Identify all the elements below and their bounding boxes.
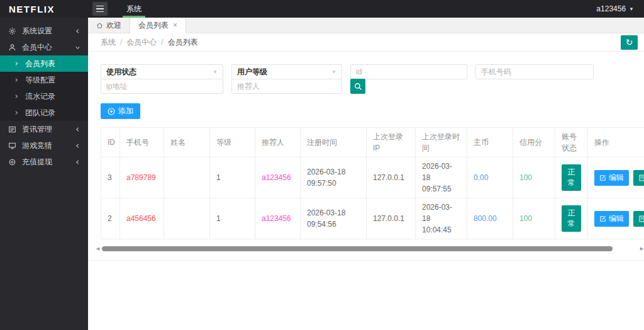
document-icon: [638, 215, 644, 222]
sidebar-subitem-label: 等级配置: [25, 75, 55, 86]
sidebar-item-news-management[interactable]: 资讯管理: [0, 121, 88, 137]
breadcrumb-separator: /: [120, 38, 122, 47]
cell-level: 1: [210, 198, 255, 239]
cell-reg-time: 2026-03-18 09:54:56: [301, 198, 367, 239]
search-button[interactable]: [350, 79, 365, 94]
caret-down-icon: ▼: [629, 6, 634, 12]
sidebar-item-member-list[interactable]: 会员列表: [0, 55, 88, 72]
filter-row-1: 使用状态 ▼ 用户等级 ▼: [101, 64, 644, 79]
breadcrumb-item: 系统: [101, 37, 116, 48]
id-input[interactable]: [350, 64, 467, 79]
cell-operations: 编辑 详情: [588, 198, 644, 239]
cell-phone: a456456: [120, 198, 164, 239]
referrer-input[interactable]: [231, 79, 342, 94]
breadcrumb-item: 会员中心: [126, 37, 157, 48]
col-coin: 主币: [467, 128, 513, 157]
chevron-right-icon: [14, 61, 19, 66]
ip-input[interactable]: [101, 79, 223, 94]
scroll-right-icon[interactable]: ▶: [639, 246, 644, 251]
add-button-label: 添加: [118, 106, 133, 117]
col-status: 账号状态: [555, 128, 588, 157]
breadcrumb-separator: /: [161, 38, 163, 47]
scroll-left-icon[interactable]: ◀: [95, 246, 101, 251]
sidebar-subitem-label: 会员列表: [25, 59, 55, 69]
col-last-login: 上次登录时间: [416, 128, 467, 157]
level-select[interactable]: 用户等级 ▼: [231, 64, 342, 79]
detail-button[interactable]: 详情: [633, 211, 644, 227]
topbar: 系统 a123456 ▼: [88, 0, 644, 18]
detail-button[interactable]: 详情: [633, 170, 644, 186]
sidebar-item-member-center[interactable]: 会员中心: [0, 39, 88, 55]
scrollbar-thumb[interactable]: [102, 246, 613, 251]
main-area: 系统 a123456 ▼ 欢迎 会员列表 × 系统 / 会员中心 /: [88, 0, 644, 330]
sidebar: NETFLIX 系统设置 会员中心: [0, 0, 88, 330]
user-menu[interactable]: a123456 ▼: [596, 4, 634, 13]
sidebar-item-game-betting[interactable]: 游戏竞猜: [0, 137, 88, 154]
plus-circle-icon: [108, 108, 115, 115]
edit-icon: [599, 174, 606, 181]
phone-input[interactable]: [475, 64, 594, 79]
level-select-value: 用户等级: [237, 67, 267, 77]
document-icon: [638, 174, 644, 181]
tab-member-list[interactable]: 会员列表 ×: [130, 18, 186, 33]
add-button[interactable]: 添加: [101, 103, 140, 119]
cell-status: 正常: [555, 198, 588, 239]
refresh-button[interactable]: ↻: [621, 35, 638, 50]
edit-icon: [599, 215, 606, 222]
content-panel: 使用状态 ▼ 用户等级 ▼: [88, 52, 644, 330]
hamburger-menu-button[interactable]: [92, 2, 108, 16]
search-icon: [354, 82, 362, 91]
sidebar-nav: 系统设置 会员中心 会员列表: [0, 18, 88, 170]
member-table-wrap: ID 手机号 姓名 等级 推荐人 注册时间 上次登录IP 上次登录时间 主币 信…: [101, 127, 644, 239]
edit-button-label: 编辑: [609, 213, 624, 224]
chevron-right-icon: [14, 94, 19, 99]
col-referrer: 推荐人: [255, 128, 301, 157]
close-icon[interactable]: ×: [173, 21, 177, 30]
select-caret-icon: ▼: [213, 69, 218, 75]
sidebar-item-team-records[interactable]: 团队记录: [0, 105, 88, 121]
tab-label: 欢迎: [106, 20, 121, 31]
cell-name: [164, 157, 210, 198]
cell-referrer: a123456: [255, 198, 301, 239]
chevron-down-icon: [75, 45, 80, 50]
username-label: a123456: [596, 4, 626, 13]
tabbar: 欢迎 会员列表 ×: [88, 18, 644, 33]
recharge-gear-icon: [8, 157, 16, 166]
filter-row-2: [101, 79, 644, 94]
status-normal-button[interactable]: 正常: [562, 164, 581, 191]
screen: NETFLIX 系统设置 会员中心: [0, 0, 644, 330]
col-phone: 手机号: [120, 128, 164, 157]
cell-id: 2: [101, 198, 120, 239]
sidebar-item-level-config[interactable]: 等级配置: [0, 72, 88, 88]
table-header-row: ID 手机号 姓名 等级 推荐人 注册时间 上次登录IP 上次登录时间 主币 信…: [101, 128, 644, 157]
breadcrumb: 系统 / 会员中心 / 会员列表 ↻: [88, 33, 644, 52]
col-level: 等级: [210, 128, 255, 157]
sidebar-item-system-settings[interactable]: 系统设置: [0, 23, 88, 39]
tab-welcome[interactable]: 欢迎: [88, 18, 130, 33]
cell-last-ip: 127.0.0.1: [367, 198, 416, 239]
topnav-label: 系统: [126, 4, 142, 14]
table-row: 2 a456456 1 a123456 2026-03-18 09:54:56 …: [101, 198, 644, 239]
chevron-left-icon: [75, 28, 80, 34]
user-icon: [8, 43, 16, 52]
cell-phone: a789789: [120, 157, 164, 198]
cell-status: 正常: [555, 157, 588, 198]
sidebar-submenu-member: 会员列表 等级配置 流水记录: [0, 55, 88, 121]
status-select[interactable]: 使用状态 ▼: [101, 64, 223, 79]
topnav-item-system[interactable]: 系统: [114, 0, 154, 18]
cell-reg-time: 2026-03-18 09:57:50: [301, 157, 367, 198]
chevron-right-icon: [14, 110, 19, 115]
col-id: ID: [101, 128, 120, 157]
sidebar-subitem-label: 流水记录: [25, 91, 55, 102]
status-normal-button[interactable]: 正常: [562, 205, 581, 232]
breadcrumb-current: 会员列表: [168, 37, 198, 48]
edit-button[interactable]: 编辑: [594, 211, 629, 227]
cell-id: 3: [101, 157, 120, 198]
sidebar-item-recharge-withdraw[interactable]: 充值提现: [0, 154, 88, 170]
gear-icon: [8, 26, 16, 35]
sidebar-item-flow-records[interactable]: 流水记录: [0, 88, 88, 105]
status-select-value: 使用状态: [106, 67, 136, 77]
select-caret-icon: ▼: [331, 69, 336, 75]
edit-button[interactable]: 编辑: [594, 170, 629, 186]
cell-coin: 800.00: [467, 198, 513, 239]
